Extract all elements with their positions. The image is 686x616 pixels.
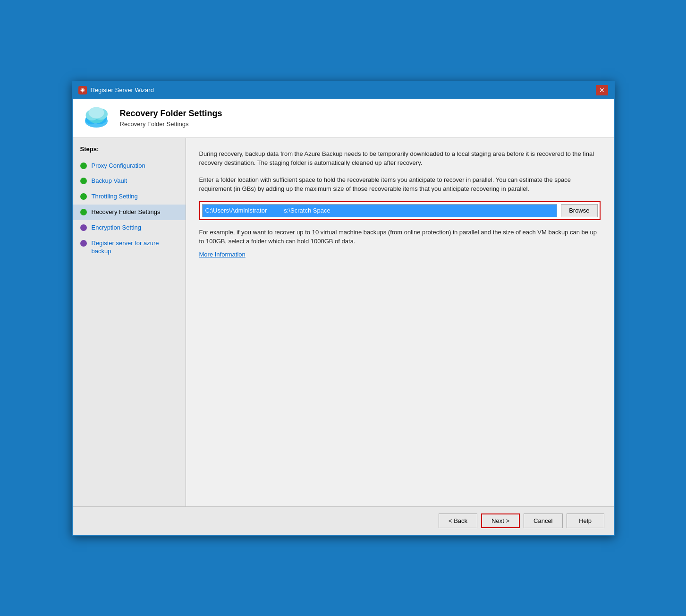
- cloud-icon: [82, 106, 110, 130]
- title-bar-left: ◉ Register Server Wizard: [78, 86, 154, 94]
- svg-point-6: [88, 107, 104, 118]
- next-button[interactable]: Next >: [481, 513, 520, 528]
- dot-proxy: [80, 163, 87, 169]
- main-content: During recovery, backup data from the Az…: [186, 138, 614, 506]
- dot-encryption: [80, 224, 87, 231]
- app-icon: ◉: [78, 86, 87, 94]
- dot-vault: [80, 178, 87, 184]
- sidebar-label-encryption: Encryption Setting: [92, 224, 142, 232]
- more-info-link[interactable]: More Information: [199, 251, 246, 258]
- sidebar-item-vault[interactable]: Backup Vault: [73, 173, 186, 189]
- folder-path-input[interactable]: [202, 204, 558, 217]
- window-title: Register Server Wizard: [91, 86, 154, 94]
- dot-throttling: [80, 193, 87, 200]
- dot-register: [80, 240, 87, 247]
- sidebar: Steps: Proxy Configuration Backup Vault …: [73, 138, 186, 506]
- example-text: For example, if you want to recover up t…: [199, 228, 601, 246]
- back-button[interactable]: < Back: [439, 513, 477, 528]
- header-text: Recovery Folder Settings Recovery Folder…: [120, 109, 222, 128]
- folder-input-row: Browse: [199, 201, 601, 220]
- description-text-2: Enter a folder location with sufficient …: [199, 175, 601, 194]
- sidebar-item-throttling[interactable]: Throttling Setting: [73, 189, 186, 205]
- dot-recovery: [80, 209, 87, 215]
- footer: < Back Next > Cancel Help: [73, 506, 614, 535]
- sidebar-item-proxy[interactable]: Proxy Configuration: [73, 158, 186, 174]
- sidebar-label-proxy: Proxy Configuration: [92, 162, 145, 170]
- sidebar-label-vault: Backup Vault: [92, 177, 127, 185]
- sidebar-label-throttling: Throttling Setting: [92, 193, 138, 201]
- sidebar-label-recovery: Recovery Folder Settings: [92, 208, 161, 216]
- main-window: ◉ Register Server Wizard ✕ Recovery Fold…: [72, 81, 615, 536]
- sidebar-item-recovery[interactable]: Recovery Folder Settings: [73, 205, 186, 220]
- description-text-1: During recovery, backup data from the Az…: [199, 149, 601, 168]
- title-bar: ◉ Register Server Wizard ✕: [73, 82, 614, 99]
- sidebar-label-register: Register server for azure backup: [92, 240, 178, 256]
- sidebar-item-encryption[interactable]: Encryption Setting: [73, 220, 186, 236]
- browse-button[interactable]: Browse: [561, 204, 597, 217]
- close-button[interactable]: ✕: [596, 85, 608, 95]
- content-area: Steps: Proxy Configuration Backup Vault …: [73, 138, 614, 506]
- header-section: Recovery Folder Settings Recovery Folder…: [73, 99, 614, 138]
- sidebar-item-register[interactable]: Register server for azure backup: [73, 236, 186, 259]
- help-button[interactable]: Help: [567, 513, 604, 528]
- steps-label: Steps:: [73, 145, 186, 158]
- header-title: Recovery Folder Settings: [120, 109, 222, 119]
- cancel-button[interactable]: Cancel: [524, 513, 562, 528]
- header-subtitle: Recovery Folder Settings: [120, 120, 222, 128]
